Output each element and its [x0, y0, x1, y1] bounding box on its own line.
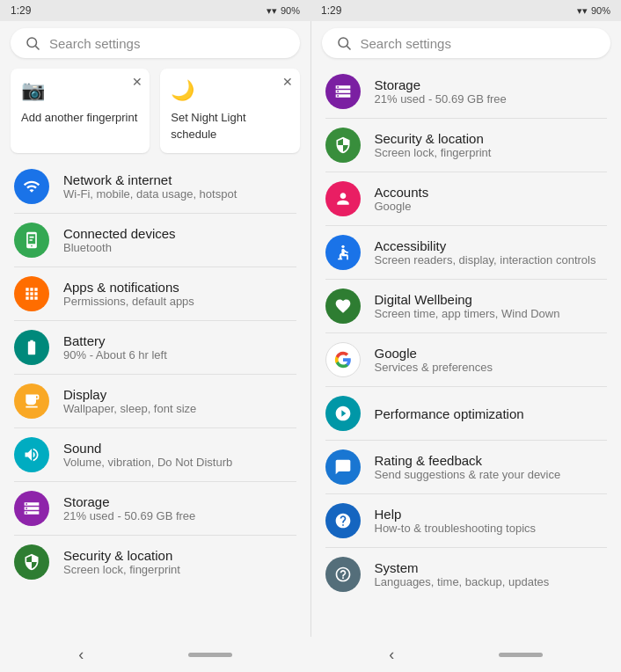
setting-icon-left-3 [14, 330, 49, 365]
setting-title-left-5: Sound [63, 441, 232, 456]
right-settings-list: Storage 21% used - 50.69 GB free Securit… [311, 65, 622, 637]
setting-title-right-9: System [375, 560, 550, 575]
fingerprint-card-close[interactable]: ✕ [132, 76, 142, 88]
status-bar-right: 1:29 ▾▾ 90% [310, 0, 621, 21]
setting-title-right-1: Security & location [375, 131, 492, 146]
status-bar-left: 1:29 ▾▾ 90% [0, 0, 310, 21]
left-setting-item-1[interactable]: Connected devices Bluetooth [0, 214, 310, 267]
right-setting-item-8[interactable]: Help How-to & troubleshooting topics [311, 494, 622, 547]
right-search-container: Search settings [311, 21, 622, 65]
right-setting-item-9[interactable]: System Languages, time, backup, updates [311, 548, 622, 601]
setting-title-right-0: Storage [375, 77, 507, 92]
nightlight-icon: 🌙 [171, 79, 289, 102]
main-content: Search settings ✕ 📷 Add another fingerpr… [0, 21, 621, 637]
status-icons-left: ▾▾ 90% [267, 5, 300, 17]
status-icons-right: ▾▾ 90% [577, 5, 610, 17]
setting-text-left-7: Security & location Screen lock, fingerp… [63, 548, 180, 576]
setting-title-right-2: Accounts [375, 185, 429, 200]
right-setting-item-6[interactable]: Performance optimization [311, 387, 622, 440]
wifi-icon-left: ▾▾ [267, 5, 277, 17]
svg-point-2 [339, 38, 348, 47]
setting-text-left-1: Connected devices Bluetooth [63, 226, 176, 254]
right-setting-item-3[interactable]: Accessibility Screen readers, display, i… [311, 226, 622, 279]
search-icon-left [25, 35, 40, 51]
battery-right: 90% [591, 5, 610, 16]
nightlight-card-close[interactable]: ✕ [282, 76, 293, 88]
setting-subtitle-left-2: Permissions, default apps [63, 295, 194, 308]
quick-cards: ✕ 📷 Add another fingerprint ✕ 🌙 Set Nigh… [0, 65, 310, 160]
home-pill-left[interactable] [188, 653, 232, 657]
bottom-nav-left: ‹ [0, 637, 310, 672]
fingerprint-card-title: Add another fingerprint [21, 111, 137, 124]
setting-icon-right-1 [325, 128, 361, 163]
setting-text-right-6: Performance optimization [375, 406, 524, 421]
right-setting-item-1[interactable]: Security & location Screen lock, fingerp… [311, 119, 622, 172]
setting-text-left-0: Network & internet Wi-Fi, mobile, data u… [63, 172, 237, 201]
svg-line-3 [347, 46, 350, 49]
setting-icon-right-2 [325, 181, 361, 216]
setting-text-right-9: System Languages, time, backup, updates [375, 560, 550, 588]
setting-title-left-4: Display [63, 387, 196, 402]
nightlight-card-title: Set Night Light schedule [171, 111, 245, 141]
setting-icon-left-1 [14, 223, 49, 258]
right-setting-item-2[interactable]: Accounts Google [311, 172, 622, 225]
setting-subtitle-left-3: 90% - About 6 hr left [63, 348, 167, 362]
back-button-right[interactable]: ‹ [389, 646, 394, 664]
setting-icon-right-3 [325, 235, 361, 270]
setting-text-right-7: Rating & feedback Send suggestions & rat… [375, 453, 561, 481]
setting-subtitle-right-1: Screen lock, fingerprint [375, 146, 492, 159]
right-setting-item-5[interactable]: Google Services & preferences [311, 333, 622, 386]
setting-text-left-6: Storage 21% used - 50.69 GB free [63, 494, 195, 522]
setting-title-left-6: Storage [63, 494, 195, 509]
svg-point-4 [341, 245, 344, 248]
setting-text-left-3: Battery 90% - About 6 hr left [63, 333, 167, 362]
bottom-nav-right: ‹ [310, 637, 621, 672]
left-setting-item-6[interactable]: Storage 21% used - 50.69 GB free [0, 482, 310, 535]
setting-subtitle-left-7: Screen lock, fingerprint [63, 563, 180, 576]
left-search-container: Search settings [0, 21, 310, 65]
setting-text-left-4: Display Wallpaper, sleep, font size [63, 387, 196, 415]
setting-title-left-1: Connected devices [63, 226, 176, 241]
setting-icon-left-7 [14, 544, 49, 580]
setting-subtitle-right-4: Screen time, app timers, Wind Down [375, 307, 560, 320]
setting-title-right-3: Accessibility [375, 238, 596, 253]
fingerprint-icon: 📷 [21, 79, 139, 102]
left-setting-item-4[interactable]: Display Wallpaper, sleep, font size [0, 375, 310, 427]
wifi-icon-right: ▾▾ [577, 5, 588, 17]
back-button-left[interactable]: ‹ [78, 646, 84, 664]
left-setting-item-0[interactable]: Network & internet Wi-Fi, mobile, data u… [0, 160, 310, 213]
setting-icon-left-5 [14, 437, 49, 472]
setting-icon-left-6 [14, 491, 49, 526]
time-right: 1:29 [321, 4, 341, 17]
left-setting-item-2[interactable]: Apps & notifications Permissions, defaul… [0, 267, 310, 320]
setting-subtitle-left-4: Wallpaper, sleep, font size [63, 402, 196, 415]
right-setting-item-4[interactable]: Digital Wellbeing Screen time, app timer… [311, 280, 622, 332]
left-search-bar[interactable]: Search settings [11, 28, 300, 58]
setting-title-left-2: Apps & notifications [63, 280, 194, 295]
bottom-nav: ‹ ‹ [0, 637, 621, 672]
nightlight-card[interactable]: ✕ 🌙 Set Night Light schedule [160, 69, 299, 153]
setting-icon-right-5 [325, 342, 361, 377]
setting-subtitle-right-7: Send suggestions & rate your device [375, 468, 561, 481]
left-setting-item-5[interactable]: Sound Volume, vibration, Do Not Disturb [0, 428, 310, 481]
setting-icon-right-6 [325, 396, 361, 431]
setting-text-right-3: Accessibility Screen readers, display, i… [375, 238, 596, 267]
setting-title-right-7: Rating & feedback [375, 453, 561, 468]
right-search-placeholder: Search settings [361, 36, 451, 51]
setting-icon-right-7 [325, 449, 361, 485]
left-setting-item-3[interactable]: Battery 90% - About 6 hr left [0, 321, 310, 374]
left-settings-list: Network & internet Wi-Fi, mobile, data u… [0, 160, 310, 637]
setting-text-right-8: Help How-to & troubleshooting topics [375, 507, 537, 535]
right-setting-item-0[interactable]: Storage 21% used - 50.69 GB free [311, 65, 622, 118]
setting-subtitle-right-0: 21% used - 50.69 GB free [375, 92, 507, 106]
home-pill-right[interactable] [499, 653, 543, 657]
fingerprint-card[interactable]: ✕ 📷 Add another fingerprint [11, 69, 150, 153]
left-setting-item-7[interactable]: Security & location Screen lock, fingerp… [0, 536, 310, 588]
setting-title-right-5: Google [375, 346, 493, 361]
svg-point-0 [27, 38, 37, 47]
battery-left: 90% [281, 5, 300, 16]
search-icon-right [336, 35, 352, 51]
setting-title-right-8: Help [375, 507, 537, 522]
right-setting-item-7[interactable]: Rating & feedback Send suggestions & rat… [311, 441, 622, 493]
right-search-bar[interactable]: Search settings [322, 28, 611, 58]
